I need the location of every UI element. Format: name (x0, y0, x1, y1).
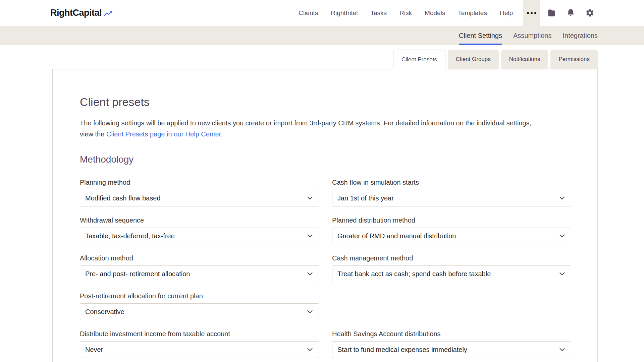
field-cash-management-method: Cash management method Treat bank acct a… (332, 254, 571, 282)
secondary-nav-assumptions[interactable]: Assumptions (513, 26, 552, 45)
more-ellipsis-icon (527, 12, 529, 14)
chevron-down-icon (559, 271, 565, 277)
chevron-down-icon (307, 347, 313, 353)
nav-item-rightintel[interactable]: RightIntel (331, 9, 358, 17)
secondary-nav-client-settings[interactable]: Client Settings (459, 26, 502, 45)
settings-tabs: Client Presets Client Groups Notificatio… (0, 50, 644, 69)
field-hsa-distributions: Health Savings Account distributions Sta… (332, 330, 571, 358)
brand-name: RightCapital (50, 8, 102, 18)
post-retirement-allocation-select[interactable]: Conservative (80, 303, 319, 320)
nav-item-templates[interactable]: Templates (458, 9, 487, 17)
cash-management-method-select[interactable]: Treat bank acct as cash; spend cash befo… (332, 265, 571, 282)
chevron-down-icon (307, 271, 313, 277)
chevron-down-icon (559, 195, 565, 201)
intro-line2-prefix: view the (80, 130, 106, 138)
intro-line1: The following settings will be applied t… (80, 119, 531, 127)
tab-client-presets[interactable]: Client Presets (393, 50, 445, 69)
secondary-nav: Client Settings Assumptions Integrations (0, 26, 644, 45)
field-post-retirement-allocation: Post-retirement allocation for current p… (80, 292, 319, 320)
top-nav: RightCapital Clients RightIntel Tasks Ri… (0, 0, 644, 26)
tab-client-groups[interactable]: Client Groups (448, 50, 499, 69)
nav-item-models[interactable]: Models (425, 9, 445, 17)
methodology-section-title: Methodology (80, 154, 571, 166)
field-distribute-investment-income: Distribute investment income from taxabl… (80, 330, 319, 358)
chevron-down-icon (307, 233, 313, 239)
intro-paragraph: The following settings will be applied t… (80, 118, 571, 140)
cash-flow-simulation-starts-select[interactable]: Jan 1st of this year (332, 190, 571, 206)
field-planned-distribution-method: Planned distribution method Greater of R… (332, 216, 571, 244)
top-nav-right: Clients RightIntel Tasks Risk Models Tem… (299, 0, 594, 26)
field-allocation-method: Allocation method Pre- and post- retirem… (80, 254, 319, 282)
field-label: Cash flow in simulation starts (332, 178, 571, 187)
chevron-down-icon (559, 347, 565, 353)
allocation-method-select[interactable]: Pre- and post- retirement allocation (80, 265, 319, 282)
field-label: Distribute investment income from taxabl… (80, 330, 319, 338)
tab-permissions[interactable]: Permissions (550, 50, 598, 69)
chevron-down-icon (307, 309, 313, 315)
more-menu-button[interactable] (523, 0, 540, 26)
top-nav-links: Clients RightIntel Tasks Risk Models Tem… (299, 0, 513, 26)
secondary-nav-integrations[interactable]: Integrations (562, 26, 598, 45)
hsa-distributions-select[interactable]: Start to fund medical expenses immediate… (332, 341, 571, 358)
client-presets-panel: Client presets The following settings wi… (52, 69, 598, 362)
help-center-link[interactable]: Client Presets page in our Help Center (106, 130, 221, 138)
top-nav-icon-group (547, 0, 594, 26)
field-label: Planning method (80, 178, 319, 187)
field-withdrawal-sequence: Withdrawal sequence Taxable, tax-deferre… (80, 216, 319, 244)
chevron-down-icon (307, 195, 313, 201)
field-label: Planned distribution method (332, 216, 571, 225)
tabs-spacer (0, 45, 644, 50)
field-label: Health Savings Account distributions (332, 330, 571, 338)
nav-item-risk[interactable]: Risk (399, 9, 412, 17)
field-label: Allocation method (80, 254, 319, 262)
nav-item-tasks[interactable]: Tasks (371, 9, 387, 17)
methodology-form-grid: Planning method Modified cash flow based… (80, 178, 571, 358)
nav-item-help[interactable]: Help (500, 9, 513, 17)
gear-icon[interactable] (585, 8, 594, 17)
distribute-investment-income-select[interactable]: Never (80, 341, 319, 358)
planned-distribution-method-select[interactable]: Greater of RMD and manual distribution (332, 228, 571, 244)
field-planning-method: Planning method Modified cash flow based (80, 178, 319, 206)
chevron-down-icon (559, 233, 565, 239)
nav-item-clients[interactable]: Clients (299, 9, 318, 17)
bell-icon[interactable] (566, 8, 575, 17)
trending-up-icon (102, 8, 114, 20)
brand-logo[interactable]: RightCapital (50, 0, 114, 26)
page-title: Client presets (80, 95, 571, 109)
field-label: Withdrawal sequence (80, 216, 319, 225)
field-label: Post-retirement allocation for current p… (80, 292, 319, 300)
planning-method-select[interactable]: Modified cash flow based (80, 190, 319, 206)
intro-line2-suffix: . (221, 130, 223, 138)
field-cash-flow-simulation-starts: Cash flow in simulation starts Jan 1st o… (332, 178, 571, 206)
tab-notifications[interactable]: Notifications (501, 50, 548, 69)
folder-icon[interactable] (547, 8, 556, 17)
field-label: Cash management method (332, 254, 571, 262)
withdrawal-sequence-select[interactable]: Taxable, tax-deferred, tax-free (80, 228, 319, 244)
